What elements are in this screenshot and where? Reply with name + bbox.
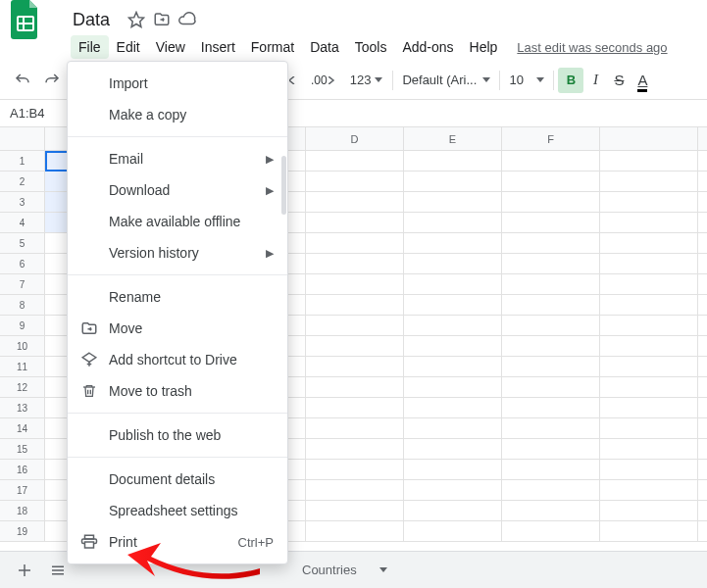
cell[interactable] [600,439,698,459]
cell[interactable] [404,480,502,500]
cell[interactable] [404,336,502,356]
bold-button[interactable]: B [558,68,583,93]
format-number-button[interactable]: 123 [344,67,389,94]
cell[interactable] [600,377,698,397]
row-header[interactable]: 5 [0,233,45,253]
menu-data[interactable]: Data [302,35,347,59]
cell[interactable] [404,295,502,315]
row-header[interactable]: 14 [0,418,45,438]
cell[interactable] [306,274,404,294]
cell[interactable] [306,398,404,417]
cell[interactable] [600,151,698,171]
file-menu-item[interactable]: Make a copy [68,99,287,130]
undo-button[interactable] [8,67,37,94]
cell[interactable] [600,460,698,479]
file-menu-item[interactable]: Download▶ [68,174,287,206]
cell[interactable] [600,192,698,212]
file-menu-item[interactable]: Rename [68,281,287,313]
sheet-tab[interactable]: Countries [288,555,401,585]
file-menu-item[interactable]: Spreadsheet settings [68,495,287,526]
add-sheet-button[interactable] [8,556,41,585]
cell[interactable] [502,336,600,356]
text-color-button[interactable]: A [631,72,654,88]
file-menu-item[interactable]: Move to trash [68,375,287,407]
doc-title[interactable]: Data [73,10,124,30]
row-header[interactable]: 9 [0,316,45,335]
cell[interactable] [502,480,600,500]
italic-button[interactable]: I [583,72,607,88]
cell[interactable] [306,501,404,520]
row-header[interactable]: 10 [0,336,45,356]
file-menu-item[interactable]: Version history▶ [68,237,287,269]
cell[interactable] [306,151,404,171]
cell[interactable] [404,274,502,294]
row-header[interactable]: 8 [0,295,45,315]
cell[interactable] [306,521,404,541]
cell[interactable] [600,254,698,273]
file-menu-item[interactable]: Add shortcut to Drive [68,344,287,375]
menu-file[interactable]: File [71,35,109,59]
cell[interactable] [502,172,600,191]
col-header[interactable] [600,127,698,150]
menu-insert[interactable]: Insert [193,35,243,59]
cell[interactable] [306,316,404,335]
cell[interactable] [306,172,404,191]
cell[interactable] [404,151,502,171]
cell[interactable] [600,521,698,541]
cell[interactable] [404,418,502,438]
cell[interactable] [502,398,600,417]
cell[interactable] [306,192,404,212]
row-header[interactable]: 6 [0,254,45,273]
cell[interactable] [502,295,600,315]
file-menu-item[interactable]: Import [68,68,287,99]
cell[interactable] [502,316,600,335]
cell[interactable] [502,151,600,171]
cell[interactable] [502,213,600,232]
row-header[interactable]: 4 [0,213,45,232]
cell[interactable] [306,480,404,500]
menu-addons[interactable]: Add-ons [394,35,461,59]
menu-help[interactable]: Help [462,35,506,59]
cell[interactable] [306,336,404,356]
cell[interactable] [502,377,600,397]
col-header[interactable]: D [306,127,404,150]
cell[interactable] [502,501,600,520]
cell[interactable] [404,233,502,253]
sheets-logo[interactable] [8,2,43,37]
col-header[interactable]: E [404,127,502,150]
menu-edit[interactable]: Edit [109,35,148,59]
row-header[interactable]: 11 [0,357,45,376]
row-header[interactable]: 3 [0,192,45,212]
strikethrough-button[interactable]: S [607,72,631,88]
cell[interactable] [600,213,698,232]
cell[interactable] [306,418,404,438]
cell[interactable] [404,398,502,417]
cell[interactable] [600,274,698,294]
cell[interactable] [600,295,698,315]
cell[interactable] [502,357,600,376]
row-header[interactable]: 7 [0,274,45,294]
cell[interactable] [600,233,698,253]
increase-decimal-button[interactable]: .00 [305,67,344,94]
cell[interactable] [404,213,502,232]
cell[interactable] [306,357,404,376]
cell[interactable] [404,521,502,541]
cell[interactable] [600,418,698,438]
cell[interactable] [306,295,404,315]
cell[interactable] [306,439,404,459]
row-header[interactable]: 15 [0,439,45,459]
font-size-select[interactable]: 10 [504,70,549,90]
menu-tools[interactable]: Tools [347,35,395,59]
cell[interactable] [502,233,600,253]
cell[interactable] [404,439,502,459]
cell[interactable] [404,377,502,397]
row-header[interactable]: 13 [0,398,45,417]
row-header[interactable]: 2 [0,172,45,191]
file-menu-item[interactable]: Move [68,313,287,344]
file-menu-item[interactable]: PrintCtrl+P [68,526,287,558]
file-menu-item[interactable]: Publish to the web [68,419,287,451]
cell[interactable] [600,480,698,500]
row-header[interactable]: 12 [0,377,45,397]
cell[interactable] [404,501,502,520]
select-all-corner[interactable] [0,127,45,150]
